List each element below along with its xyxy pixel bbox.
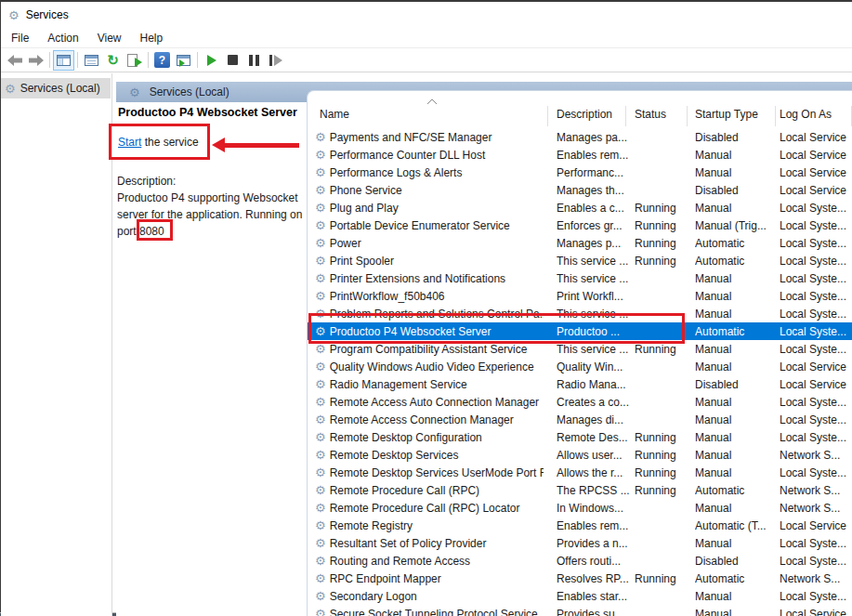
service-gear-icon: ⚙ [315, 484, 326, 496]
start-service-icon[interactable] [201, 50, 222, 71]
description-line3: port 8080 [117, 223, 305, 240]
cell-name: Routing and Remote Access [330, 555, 470, 568]
table-row[interactable]: ⚙Remote Desktop Services UserMode Port R… [308, 464, 852, 481]
menu-view[interactable]: View [88, 29, 131, 47]
cell-name: Secure Socket Tunneling Protocol Service [330, 608, 538, 616]
column-header-description[interactable]: Description [557, 108, 612, 121]
table-row[interactable]: ⚙Print Spooler This service ... Running … [308, 252, 852, 269]
table-row[interactable]: ⚙Performance Counter DLL Host Enables re… [308, 146, 852, 164]
cell-description: Productoo ... [557, 325, 631, 338]
cell-description: In Windows... [557, 502, 631, 515]
cell-name: Remote Desktop Configuration [330, 431, 482, 444]
table-row[interactable]: ⚙Program Compatibility Assistant Service… [308, 340, 852, 358]
pause-service-icon[interactable] [243, 50, 265, 71]
cell-log-on-as: Local Service [780, 184, 852, 197]
stop-service-icon[interactable] [222, 50, 243, 71]
column-separator[interactable] [687, 106, 688, 126]
table-row[interactable]: ⚙Radio Management Service Radio Mana... … [308, 375, 852, 393]
column-header-startup[interactable]: Startup Type [695, 108, 758, 121]
cell-startup-type: Automatic [695, 237, 775, 250]
cell-log-on-as: Local Service [780, 519, 852, 532]
service-gear-icon: ⚙ [315, 555, 326, 567]
help-icon[interactable]: ? [151, 50, 173, 71]
toolbar-separator [148, 52, 149, 68]
show-action-pane-icon[interactable] [173, 50, 194, 71]
table-row[interactable]: ⚙Printer Extensions and Notifications Th… [308, 269, 852, 287]
column-separator[interactable] [625, 106, 626, 126]
table-row[interactable]: ⚙Problem Reports and Solutions Control P… [308, 305, 852, 322]
service-gear-icon: ⚙ [315, 466, 326, 478]
back-arrow-icon[interactable] [4, 50, 25, 71]
column-separator[interactable] [775, 106, 776, 126]
cell-startup-type: Automatic (T... [695, 519, 775, 532]
column-separator[interactable] [547, 106, 548, 126]
pane-divider[interactable] [111, 73, 112, 616]
cell-startup-type: Manual [695, 272, 775, 285]
show-console-tree-icon[interactable] [53, 50, 74, 71]
cell-name: Power [330, 237, 361, 250]
cell-startup-type: Manual [695, 290, 775, 303]
menu-file[interactable]: File [2, 29, 38, 47]
toolbar-separator [49, 52, 50, 68]
menu-help[interactable]: Help [131, 29, 173, 47]
service-description: Description: Productoo P4 supporting Web… [117, 173, 305, 240]
cell-description: Print Workfl... [557, 290, 631, 303]
table-row[interactable]: ⚙RPC Endpoint Mapper Resolves RP... Runn… [308, 570, 852, 587]
table-row[interactable]: ⚙Remote Procedure Call (RPC) Locator In … [308, 499, 852, 517]
cell-name: Plug and Play [330, 202, 399, 215]
cell-name: Remote Access Auto Connection Manager [330, 396, 539, 409]
restart-service-icon[interactable] [265, 50, 286, 71]
menu-bar: File Action View Help [1, 28, 852, 48]
refresh-icon[interactable]: ↻ [102, 50, 124, 71]
table-row[interactable]: ⚙PrintWorkflow_f50b406 Print Workfl... M… [308, 287, 852, 305]
table-row[interactable]: ⚙Resultant Set of Policy Provider Provid… [308, 534, 852, 552]
table-row[interactable]: ⚙Secondary Logon Enables star... Manual … [308, 587, 852, 605]
table-row[interactable]: ⚙Quality Windows Audio Video Experience … [308, 358, 852, 375]
table-row[interactable]: ⚙Portable Device Enumerator Service Enfo… [308, 216, 852, 234]
table-row[interactable]: ⚙Plug and Play Enables a c... Running Ma… [308, 199, 852, 216]
table-row[interactable]: ⚙Phone Service Manages th... Disabled Lo… [308, 181, 852, 199]
service-gear-icon: ⚙ [315, 431, 326, 443]
table-row[interactable]: ⚙Remote Access Connection Manager Manage… [308, 411, 852, 428]
table-row[interactable]: ⚙Payments and NFC/SE Manager Manages pa.… [308, 128, 852, 146]
menu-action[interactable]: Action [38, 29, 87, 47]
cell-log-on-as: Local Service [780, 131, 852, 144]
table-row[interactable]: ⚙Remote Access Auto Connection Manager C… [308, 393, 852, 411]
cell-log-on-as: Local Syste... [780, 219, 852, 232]
column-header-status[interactable]: Status [635, 108, 666, 121]
service-gear-icon: ⚙ [315, 272, 326, 284]
table-row[interactable]: ⚙Remote Procedure Call (RPC) The RPCSS .… [308, 481, 852, 499]
cell-name: Remote Access Connection Manager [330, 413, 514, 426]
table-row[interactable]: ⚙Secure Socket Tunneling Protocol Servic… [308, 605, 852, 616]
forward-arrow-icon[interactable] [25, 50, 46, 71]
table-row[interactable]: ⚙Remote Desktop Services Allows user... … [308, 446, 852, 464]
cell-startup-type: Manual [695, 202, 775, 215]
services-table-body: ⚙Payments and NFC/SE Manager Manages pa.… [308, 128, 852, 616]
column-header-name[interactable]: Name [320, 108, 349, 121]
cell-log-on-as: Local Syste... [780, 202, 852, 215]
service-gear-icon: ⚙ [315, 131, 326, 143]
start-service-link[interactable]: Start [118, 136, 141, 149]
cell-log-on-as: Local Service [780, 360, 852, 374]
table-row[interactable]: ⚙Remote Registry Enables rem... Automati… [308, 517, 852, 534]
cell-startup-type: Disabled [695, 378, 775, 391]
cell-status: Running [635, 449, 692, 462]
cell-description: Resolves RP... [557, 572, 631, 585]
service-gear-icon: ⚙ [315, 378, 326, 390]
cell-log-on-as: Network S... [780, 572, 852, 585]
annotation-arrow-head [212, 138, 225, 152]
table-row[interactable]: ⚙Performance Logs & Alerts Performanc...… [308, 164, 852, 181]
content-header-label: Services (Local) [150, 85, 229, 98]
export-list-icon[interactable] [124, 50, 145, 71]
cell-description: Enforces gr... [557, 219, 631, 232]
description-line2: server for the application. Running on [117, 206, 305, 223]
cell-log-on-as: Local Syste... [780, 237, 852, 250]
properties-icon[interactable] [81, 50, 102, 71]
table-row[interactable]: ⚙Routing and Remote Access Offers routi.… [308, 552, 852, 570]
table-row[interactable]: ⚙Remote Desktop Configuration Remote Des… [308, 428, 852, 446]
table-row[interactable]: ⚙Productoo P4 Websocket Server Productoo… [308, 322, 852, 340]
tree-item-services-local[interactable]: ⚙ Services (Local) [1, 78, 111, 98]
column-header-logon[interactable]: Log On As [780, 108, 832, 121]
cell-description: Allows the r... [557, 466, 631, 479]
table-row[interactable]: ⚙Power Manages p... Running Automatic Lo… [308, 234, 852, 252]
